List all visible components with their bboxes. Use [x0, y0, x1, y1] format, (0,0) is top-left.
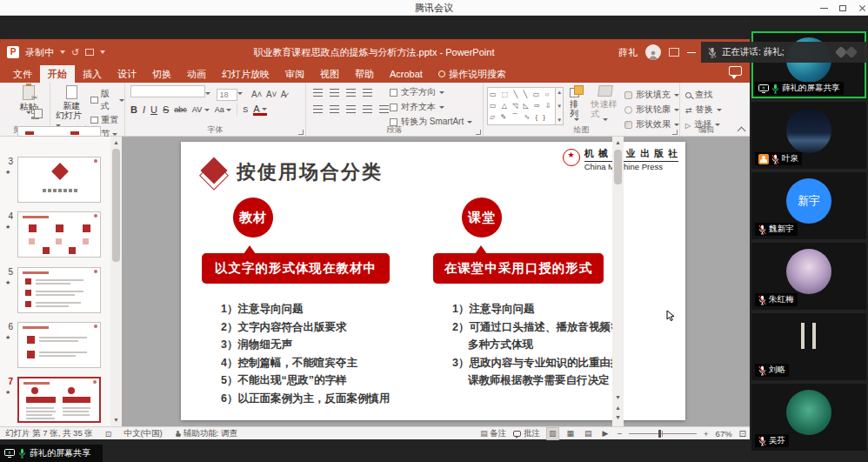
- scrollbar-thumb[interactable]: [112, 149, 120, 262]
- scroll-up-icon[interactable]: [110, 139, 122, 145]
- zoom-in-button[interactable]: +: [704, 429, 709, 439]
- scroll-down-icon[interactable]: [612, 394, 624, 400]
- tab-view[interactable]: 视图: [312, 65, 347, 83]
- scroll-down-icon[interactable]: [110, 417, 122, 423]
- tab-slideshow[interactable]: 幻灯片放映: [214, 65, 277, 83]
- underline-button[interactable]: U: [150, 104, 157, 115]
- language-status[interactable]: 中文(中国): [124, 428, 162, 439]
- font-size-input[interactable]: 18: [217, 89, 237, 101]
- qat-customize-icon[interactable]: [100, 50, 105, 54]
- screen-share-badge[interactable]: 薛礼的屏幕共享: [0, 445, 103, 462]
- character-spacing-button[interactable]: AV: [192, 105, 210, 114]
- slide[interactable]: 按使用场合分类 机 械 工 业 出 版 社 China Machine Pres…: [181, 142, 685, 420]
- text-highlight-button[interactable]: S: [243, 105, 248, 114]
- numbering-icon[interactable]: [330, 89, 339, 97]
- align-center-icon[interactable]: [330, 105, 339, 113]
- notes-button[interactable]: 备注: [480, 428, 506, 439]
- replace-button[interactable]: 替换: [685, 104, 732, 116]
- tab-help[interactable]: 帮助: [347, 65, 382, 83]
- bold-button[interactable]: B: [130, 104, 137, 115]
- strikethrough-button[interactable]: S: [163, 104, 169, 115]
- tab-animations[interactable]: 动画: [179, 65, 214, 83]
- shrink-font-icon[interactable]: A˅: [266, 90, 277, 99]
- list-classroom[interactable]: 1）注意导向问题 2）可通过口头描述、播放音视频等 多种方式体现 3）思政内容与…: [452, 300, 621, 390]
- zoom-out-button[interactable]: −: [617, 429, 622, 439]
- slide-thumbnail[interactable]: [17, 126, 101, 137]
- shapes-gallery[interactable]: [487, 87, 556, 125]
- spellcheck-icon[interactable]: [105, 429, 112, 439]
- slide-thumbnail[interactable]: [17, 322, 101, 368]
- dialog-launcher-icon[interactable]: [476, 130, 481, 135]
- badge-textbook[interactable]: 教材: [233, 198, 273, 238]
- participant-tile[interactable]: 朱红梅: [751, 243, 866, 310]
- normal-view-button[interactable]: [547, 428, 558, 439]
- increase-indent-icon[interactable]: [363, 89, 372, 97]
- scroll-down-icon[interactable]: [557, 104, 562, 109]
- layout-button[interactable]: 版式: [90, 88, 124, 112]
- ribbon-display-options-icon[interactable]: [669, 48, 679, 57]
- decrease-indent-icon[interactable]: [346, 89, 356, 97]
- ppt-minimize-icon[interactable]: [687, 52, 696, 53]
- undo-icon[interactable]: [71, 48, 79, 57]
- tab-file[interactable]: 文件: [5, 65, 40, 83]
- clear-formatting-icon[interactable]: A̷: [281, 90, 287, 99]
- slide-thumbnail[interactable]: [17, 267, 101, 313]
- banner-classroom[interactable]: 在课堂中采用口授的形式: [433, 253, 604, 284]
- tab-review[interactable]: 审阅: [277, 65, 312, 83]
- tab-home[interactable]: 开始: [40, 65, 75, 83]
- shape-outline-button[interactable]: 形状轮廓: [624, 104, 679, 116]
- find-button[interactable]: 查找: [685, 89, 732, 101]
- columns-icon[interactable]: [379, 105, 389, 113]
- gallery-more-icon[interactable]: [557, 117, 562, 123]
- collapse-ribbon-icon[interactable]: [738, 127, 745, 132]
- start-slideshow-icon[interactable]: [85, 49, 94, 56]
- shapes-gallery-scroll[interactable]: [556, 87, 564, 125]
- grow-font-icon[interactable]: A˄: [251, 90, 263, 99]
- slide-sorter-view-button[interactable]: [565, 428, 577, 439]
- list-textbook[interactable]: 1）注意导向问题 2）文字内容符合出版要求 3）润物细无声 4）控制篇幅，不能喧…: [221, 300, 390, 407]
- scrollbar-thumb[interactable]: [614, 150, 622, 184]
- window-restore-button[interactable]: [835, 3, 851, 13]
- comments-button[interactable]: 批注: [513, 428, 540, 439]
- shape-fill-button[interactable]: 形状填充: [624, 89, 679, 101]
- chat-bubble-icon[interactable]: [729, 66, 742, 76]
- zoom-slider-thumb[interactable]: [658, 430, 661, 438]
- slide-thumbnail[interactable]: [17, 211, 101, 258]
- slide-scrollbar[interactable]: [612, 137, 624, 426]
- font-name-input[interactable]: [130, 85, 205, 97]
- paste-button[interactable]: 粘贴: [7, 85, 50, 114]
- scroll-up-icon[interactable]: [557, 90, 562, 95]
- accessibility-status[interactable]: 辅助功能: 调查: [184, 428, 237, 439]
- italic-button[interactable]: I: [143, 104, 145, 115]
- bullets-icon[interactable]: [313, 89, 323, 97]
- previous-slide-icon[interactable]: [612, 405, 624, 411]
- zoom-level[interactable]: 67%: [716, 429, 732, 439]
- reading-view-button[interactable]: [583, 428, 594, 439]
- tab-insert[interactable]: 插入: [75, 65, 110, 83]
- tell-me-search[interactable]: 操作说明搜索: [431, 65, 514, 83]
- participant-tile[interactable]: 叶泉: [751, 102, 866, 169]
- slide-title[interactable]: 按使用场合分类: [237, 159, 383, 185]
- change-case-button[interactable]: Aa: [215, 105, 232, 114]
- text-direction-button[interactable]: 文字方向: [390, 86, 472, 98]
- align-text-button[interactable]: 对齐文本: [390, 101, 472, 113]
- text-shadow-button[interactable]: abc: [174, 105, 187, 114]
- slide-thumbnail-current[interactable]: [17, 377, 101, 423]
- next-slide-icon[interactable]: [612, 414, 624, 420]
- tab-acrobat[interactable]: Acrobat: [382, 65, 431, 83]
- dialog-launcher-icon[interactable]: [298, 130, 304, 135]
- justify-icon[interactable]: [363, 105, 372, 113]
- chevron-down-icon[interactable]: [60, 50, 65, 54]
- participant-tile[interactable]: 吴芬: [751, 384, 866, 451]
- tab-transitions[interactable]: 切换: [144, 65, 179, 83]
- cut-icon[interactable]: [31, 88, 39, 104]
- tab-design[interactable]: 设计: [110, 65, 144, 83]
- zoom-slider[interactable]: [629, 433, 697, 434]
- scroll-up-icon[interactable]: [612, 139, 624, 145]
- window-minimize-button[interactable]: [816, 3, 831, 13]
- window-close-button[interactable]: [854, 3, 868, 13]
- thumbnail-scrollbar[interactable]: [110, 137, 122, 426]
- slideshow-view-button[interactable]: [601, 428, 611, 439]
- badge-classroom[interactable]: 课堂: [462, 198, 502, 238]
- account-avatar[interactable]: [645, 44, 661, 60]
